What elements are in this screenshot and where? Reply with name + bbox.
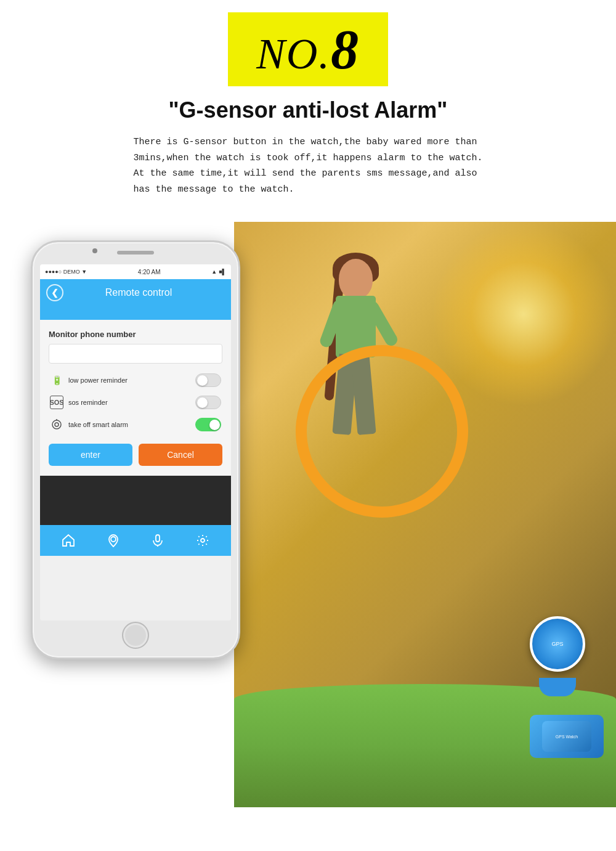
toggle-knob [197, 375, 208, 386]
monitor-label: Monitor phone number [49, 330, 222, 339]
sos-icon: SOS [50, 396, 63, 409]
front-camera [92, 248, 97, 253]
svg-point-0 [52, 420, 61, 429]
background-photo: GPS GPS Watch [234, 222, 616, 807]
sos-toggle[interactable] [195, 396, 221, 409]
phone-outer: ●●●●○ DEMO ▼ 4:20 AM ▲ ■▌ ❮ Remote contr… [31, 240, 240, 659]
nav-mic-icon[interactable] [148, 531, 167, 550]
head [339, 259, 373, 299]
svg-point-3 [111, 537, 116, 542]
cancel-button[interactable]: Cancel [139, 444, 222, 466]
back-button[interactable]: ❮ [46, 284, 63, 301]
takeoff-label: take off smart alarm [68, 421, 190, 428]
takeoff-toggle[interactable] [195, 418, 221, 431]
bottom-navigation [40, 525, 231, 556]
watch-strap [539, 678, 576, 696]
low-power-label: low power reminder [68, 377, 190, 384]
status-right: ▲ ■▌ [211, 269, 226, 275]
low-power-toggle[interactable] [195, 373, 221, 387]
no-badge-text: NO.8 [256, 18, 360, 81]
takeoff-icon [50, 418, 63, 431]
sos-label: sos reminder [68, 399, 190, 406]
power-button [238, 328, 240, 359]
no-badge: NO.8 [228, 12, 388, 86]
desc-line2: 3mins,when the watch is took off,it happ… [133, 150, 482, 166]
desc-line1: There is G-sensor button in the watch,th… [133, 134, 482, 150]
nav-home-icon[interactable] [59, 531, 78, 550]
status-bar: ●●●●○ DEMO ▼ 4:20 AM ▲ ■▌ [40, 264, 231, 279]
toggle-row-low-power: 🔋 low power reminder [49, 373, 222, 387]
svg-rect-4 [156, 535, 160, 542]
toggle-knob [209, 420, 220, 430]
silent-button [31, 316, 33, 335]
toggle-row-takeoff: take off smart alarm [49, 418, 222, 431]
low-power-icon: 🔋 [50, 373, 63, 387]
action-buttons: enter Cancel [49, 444, 222, 466]
toggle-row-sos: SOS sos reminder [49, 396, 222, 409]
status-time: 4:20 AM [138, 269, 161, 275]
app-header: ❮ Remote control [40, 279, 231, 306]
svg-point-1 [55, 423, 59, 426]
phone-speaker [117, 251, 154, 254]
dark-content-area [40, 476, 231, 525]
top-section: NO.8 "G-sensor anti-lost Alarm" There is… [0, 0, 616, 222]
back-icon: ❮ [51, 288, 59, 298]
nav-location-icon[interactable] [104, 531, 123, 550]
status-left: ●●●●○ DEMO ▼ [45, 269, 87, 275]
phone-mockup: ●●●●○ DEMO ▼ 4:20 AM ▲ ■▌ ❮ Remote contr… [18, 240, 253, 783]
nav-settings-icon[interactable] [193, 531, 212, 550]
carrier-text: ●●●●○ DEMO ▼ [45, 269, 87, 275]
toggle-knob [197, 397, 208, 408]
signal-icon: ▲ [211, 269, 217, 275]
page-title: "G-sensor anti-lost Alarm" [169, 97, 448, 123]
phone-screen: ●●●●○ DEMO ▼ 4:20 AM ▲ ■▌ ❮ Remote contr… [40, 264, 231, 621]
vol-down-button [31, 381, 33, 412]
home-button[interactable] [122, 622, 149, 649]
desc-line4: has the message to the watch. [133, 182, 482, 198]
description-block: There is G-sensor button in the watch,th… [108, 134, 507, 197]
app-header-title: Remote control [70, 287, 208, 298]
watch-box: GPS Watch [530, 715, 604, 758]
monitor-phone-input[interactable] [49, 344, 222, 364]
battery-icon: ■▌ [219, 269, 226, 275]
vol-up-button [31, 344, 33, 375]
desc-line3: At the same time,it will send the parent… [133, 166, 482, 182]
svg-point-6 [201, 539, 205, 542]
sunlight-effect [431, 222, 616, 407]
enter-button[interactable]: enter [49, 444, 132, 466]
app-content: Monitor phone number 🔋 low power reminde… [40, 320, 231, 476]
blue-divider [40, 306, 231, 320]
watch-product: GPS [530, 616, 598, 684]
composite-section: GPS GPS Watch [0, 222, 616, 807]
